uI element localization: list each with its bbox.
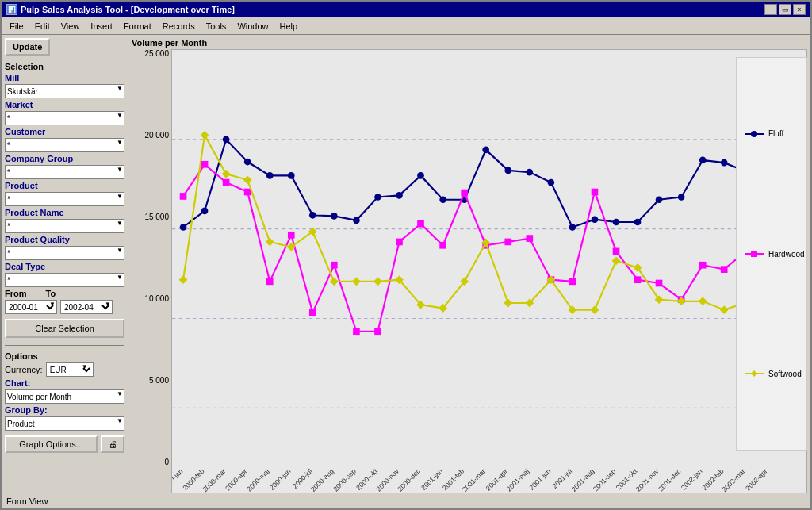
clear-selection-button[interactable]: Clear Selection	[5, 319, 124, 338]
app-icon: 📊	[6, 4, 17, 15]
svg-point-21	[548, 179, 555, 186]
from-to-row: From To	[5, 289, 124, 298]
svg-rect-57	[721, 266, 728, 273]
chart-title: Volume per Month	[132, 38, 807, 48]
svg-rect-52	[613, 248, 620, 255]
svg-marker-69	[373, 277, 382, 286]
fluff-legend-label: Fluff	[768, 129, 783, 138]
svg-text:2000-aug: 2000-aug	[309, 467, 335, 493]
currency-dropdown[interactable]: EUR	[46, 362, 94, 377]
svg-point-13	[374, 194, 381, 201]
svg-rect-48	[526, 235, 533, 242]
svg-text:2002-mar: 2002-mar	[720, 467, 746, 493]
menu-item-help[interactable]: Help	[275, 20, 303, 33]
restore-button[interactable]: ▭	[779, 4, 791, 15]
product-quality-dropdown[interactable]: *	[5, 246, 124, 260]
legend-hardwood: Hardwood	[745, 250, 805, 259]
svg-point-19	[504, 167, 511, 174]
svg-marker-67	[330, 277, 339, 286]
svg-rect-39	[331, 262, 338, 269]
to-dropdown-wrapper: 2002-04	[60, 300, 113, 314]
customer-label: Customer	[5, 127, 124, 136]
update-button[interactable]: Update	[5, 38, 50, 56]
date-row: 2000-01 2002-04	[5, 300, 124, 314]
minimize-button[interactable]: _	[764, 4, 777, 15]
chart-svg-container: 2000-jan 2000-feb 2000-mar 2000-apr 2000…	[171, 49, 807, 493]
from-label: From	[5, 289, 27, 298]
svg-marker-85	[720, 305, 729, 314]
svg-marker-60	[179, 275, 188, 284]
chart-dropdown[interactable]: Volume per Month	[5, 389, 124, 404]
svg-rect-41	[374, 328, 381, 335]
svg-text:2001-jan: 2001-jan	[419, 467, 444, 492]
svg-rect-32	[180, 193, 187, 200]
close-button[interactable]: ×	[793, 4, 806, 15]
menu-item-tools[interactable]: Tools	[201, 20, 232, 33]
svg-text:2002-apr: 2002-apr	[744, 467, 769, 493]
menu-bar: File Edit View Insert Format Records Too…	[2, 17, 810, 35]
svg-point-18	[482, 147, 489, 154]
currency-label: Currency:	[5, 365, 43, 374]
svg-text:2000-jun: 2000-jun	[268, 467, 293, 492]
y-axis-labels: 25 000 20 000 15 000 10 000 5 000 0	[133, 49, 169, 466]
menu-item-records[interactable]: Records	[158, 20, 200, 33]
svg-point-7	[244, 159, 251, 166]
menu-item-edit[interactable]: Edit	[30, 20, 55, 33]
svg-point-28	[699, 157, 707, 164]
svg-text:2001-dec: 2001-dec	[657, 466, 683, 493]
svg-point-20	[526, 169, 533, 176]
svg-point-25	[634, 219, 642, 226]
graph-options-button[interactable]: Graph Options...	[5, 435, 98, 453]
title-controls: _ ▭ ×	[764, 4, 806, 15]
svg-text:2001-nov: 2001-nov	[634, 466, 661, 493]
company-group-label: Company Group	[5, 154, 124, 163]
menu-item-window[interactable]: Window	[232, 20, 273, 33]
company-group-dropdown-wrapper: *	[5, 165, 124, 179]
svg-marker-84	[699, 297, 707, 305]
group-by-dropdown-wrapper: Product	[5, 416, 124, 431]
menu-item-file[interactable]: File	[5, 20, 29, 33]
svg-rect-43	[417, 220, 424, 228]
group-by-label: Group By:	[5, 405, 124, 415]
menu-item-insert[interactable]: Insert	[86, 20, 117, 33]
legend-softwood: Softwood	[745, 370, 802, 378]
window-title: Pulp Sales Analysis Tool - [Development …	[21, 5, 235, 14]
deal-type-dropdown[interactable]: *	[5, 273, 124, 287]
chart-dropdown-wrapper: Volume per Month	[5, 389, 124, 404]
group-by-dropdown[interactable]: Product	[5, 416, 124, 431]
to-dropdown[interactable]: 2002-04	[60, 300, 113, 314]
customer-dropdown-wrapper: *	[5, 138, 124, 152]
product-name-dropdown[interactable]: *	[5, 219, 124, 233]
svg-point-14	[396, 192, 403, 199]
chart-svg: 2000-jan 2000-feb 2000-mar 2000-apr 2000…	[172, 50, 806, 493]
menu-item-format[interactable]: Format	[119, 20, 156, 33]
product-quality-label: Product Quality	[5, 235, 124, 244]
product-dropdown[interactable]: *	[5, 192, 124, 206]
mill-dropdown[interactable]: Skutskär	[5, 84, 124, 98]
svg-text:2000-dec: 2000-dec	[396, 466, 422, 493]
market-dropdown[interactable]: *	[5, 111, 124, 125]
mill-dropdown-wrapper: Skutskär	[5, 84, 124, 98]
currency-dropdown-wrapper: EUR	[46, 362, 90, 377]
legend: Fluff Hardwood Softw	[736, 57, 807, 451]
svg-text:2001-sep: 2001-sep	[592, 467, 618, 493]
svg-rect-33	[201, 161, 209, 168]
product-name-dropdown-wrapper: *	[5, 219, 124, 233]
legend-fluff: Fluff	[745, 129, 783, 138]
svg-rect-45	[461, 190, 468, 197]
print-button[interactable]: 🖨	[101, 435, 124, 453]
svg-point-29	[721, 159, 728, 167]
svg-point-16	[439, 196, 446, 203]
window-frame: 📊 Pulp Sales Analysis Tool - [Developmen…	[0, 0, 812, 510]
svg-text:2001-maj: 2001-maj	[505, 467, 531, 493]
status-bar: Form View	[2, 493, 810, 508]
from-dropdown[interactable]: 2000-01	[5, 300, 57, 314]
svg-point-26	[656, 196, 663, 203]
svg-rect-36	[266, 278, 274, 286]
customer-dropdown[interactable]: *	[5, 138, 124, 152]
svg-text:2000-mar: 2000-mar	[201, 467, 227, 493]
svg-point-10	[309, 212, 316, 219]
menu-item-view[interactable]: View	[56, 20, 85, 33]
company-group-dropdown[interactable]: *	[5, 165, 124, 179]
svg-rect-54	[656, 280, 663, 287]
